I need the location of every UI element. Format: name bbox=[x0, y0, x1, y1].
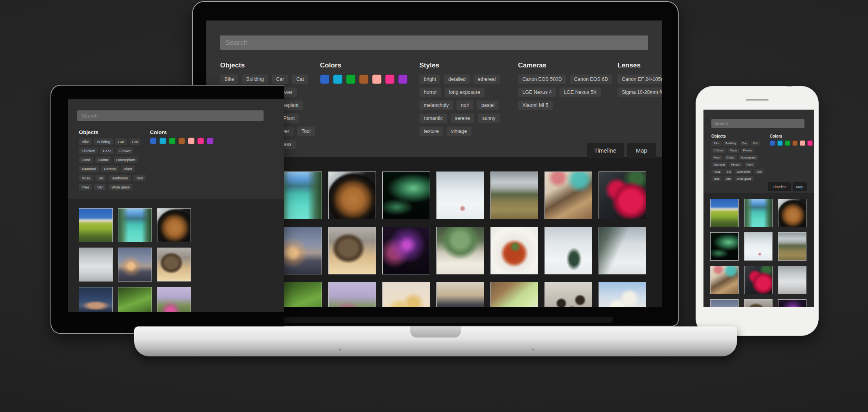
filter-tag-van[interactable]: Van bbox=[94, 184, 106, 190]
filter-tag-ethereal[interactable]: ethereal bbox=[473, 75, 500, 84]
filter-tag-car[interactable]: Car bbox=[272, 75, 288, 84]
photo-thumbnail-ski[interactable] bbox=[436, 172, 484, 219]
photo-thumbnail-room[interactable] bbox=[436, 282, 484, 307]
filter-tag-guitar[interactable]: Guitar bbox=[95, 157, 111, 163]
filter-tag-lge-nexus-4[interactable]: LGE Nexus 4 bbox=[518, 88, 556, 97]
filter-tag-lge-nexus-5x[interactable]: LGE Nexus 5X bbox=[559, 88, 601, 97]
color-swatch[interactable] bbox=[770, 140, 775, 146]
search-input[interactable] bbox=[711, 119, 804, 128]
filter-tag-building[interactable]: Building bbox=[242, 75, 268, 84]
filter-tag-plant[interactable]: Plant bbox=[745, 162, 756, 167]
photo-thumbnail-roses[interactable] bbox=[599, 172, 646, 219]
color-swatch[interactable] bbox=[792, 140, 798, 146]
photo-thumbnail-cat[interactable] bbox=[710, 266, 739, 294]
color-swatch[interactable] bbox=[207, 138, 213, 144]
filter-tag-rose[interactable]: Rose bbox=[711, 169, 723, 174]
color-swatch[interactable] bbox=[359, 75, 369, 84]
filter-tag-car[interactable]: Car bbox=[740, 141, 749, 146]
photo-thumbnail-aurora[interactable] bbox=[710, 232, 739, 261]
filter-tag-chicken[interactable]: Chicken bbox=[79, 147, 98, 154]
color-swatch[interactable] bbox=[333, 75, 342, 84]
photo-thumbnail-roses[interactable] bbox=[744, 266, 773, 294]
filter-tag-bike[interactable]: Bike bbox=[711, 141, 722, 146]
filter-tag-horror[interactable]: horror bbox=[419, 88, 441, 97]
filter-tag-chicken[interactable]: Chicken bbox=[711, 148, 726, 153]
filter-tag-person[interactable]: Person bbox=[101, 166, 118, 172]
filter-tag-ski[interactable]: Ski bbox=[95, 175, 106, 181]
photo-thumbnail-succulent[interactable] bbox=[436, 227, 484, 274]
filter-tag-plant[interactable]: Plant bbox=[121, 166, 135, 172]
filter-tag-tool[interactable]: Tool bbox=[754, 169, 764, 174]
filter-tag-flower[interactable]: Flower bbox=[116, 147, 133, 154]
filter-tag-xiaomi-mi-5[interactable]: Xiaomi MI 5 bbox=[518, 101, 553, 110]
filter-tag-long-exposure[interactable]: long exposure bbox=[445, 88, 485, 97]
color-swatch[interactable] bbox=[159, 138, 166, 144]
filter-tag-wine-glass[interactable]: Wine glass bbox=[735, 176, 754, 181]
filter-tag-rose[interactable]: Rose bbox=[79, 175, 93, 181]
photo-thumbnail-coffee[interactable] bbox=[328, 172, 376, 219]
photo-thumbnail-cat[interactable] bbox=[544, 172, 592, 219]
photo-thumbnail-concert[interactable] bbox=[778, 299, 806, 307]
color-swatch[interactable] bbox=[150, 138, 157, 144]
photo-thumbnail-skiforest[interactable] bbox=[599, 227, 646, 274]
photo-thumbnail-pinkflowers[interactable] bbox=[328, 282, 376, 307]
photo-thumbnail-autumn[interactable] bbox=[778, 232, 806, 261]
photo-thumbnail-blossom[interactable] bbox=[599, 282, 646, 307]
map-tab[interactable]: Map bbox=[627, 143, 656, 158]
color-swatch[interactable] bbox=[346, 75, 355, 84]
filter-tag-mammal[interactable]: Mammal bbox=[79, 166, 99, 172]
color-swatch[interactable] bbox=[398, 75, 408, 84]
color-swatch[interactable] bbox=[785, 140, 790, 146]
filter-tag-canon-eos-500d[interactable]: Canon EOS 500D bbox=[518, 75, 566, 84]
photo-thumbnail-duskmountain[interactable] bbox=[79, 287, 113, 312]
filter-tag-bike[interactable]: Bike bbox=[79, 138, 92, 145]
color-swatch[interactable] bbox=[372, 75, 382, 84]
filter-tag-ski[interactable]: Ski bbox=[724, 169, 733, 174]
photo-thumbnail-van[interactable] bbox=[79, 208, 113, 242]
filter-tag-houseplant[interactable]: Houseplant bbox=[114, 157, 138, 163]
filter-tag-building[interactable]: Building bbox=[94, 138, 113, 145]
filter-tag-vintage[interactable]: vintage bbox=[447, 127, 471, 136]
photo-thumbnail-snowpine[interactable] bbox=[544, 227, 592, 274]
photo-thumbnail-snowroad[interactable] bbox=[79, 248, 113, 282]
color-swatch[interactable] bbox=[169, 138, 176, 144]
photo-thumbnail-soup[interactable] bbox=[490, 227, 538, 274]
filter-tag-tool[interactable]: Tool bbox=[133, 175, 146, 181]
photo-thumbnail-greenplant[interactable] bbox=[118, 287, 152, 312]
color-swatch[interactable] bbox=[178, 138, 185, 144]
timeline-tab[interactable]: Timeline bbox=[768, 182, 791, 191]
photo-thumbnail-autumn[interactable] bbox=[490, 172, 538, 219]
filter-tag-cat[interactable]: Cat bbox=[751, 141, 760, 146]
filter-tag-texture[interactable]: texture bbox=[419, 127, 443, 136]
filter-tag-canon-eos-6d[interactable]: Canon EOS 6D bbox=[570, 75, 612, 84]
filter-tag-person[interactable]: Person bbox=[729, 162, 743, 167]
filter-tag-car[interactable]: Car bbox=[115, 138, 127, 145]
photo-thumbnail-chicks[interactable] bbox=[382, 282, 430, 307]
filter-tag-tree[interactable]: Tree bbox=[711, 176, 722, 181]
filter-tag-romantic[interactable]: romantic bbox=[419, 114, 447, 123]
photo-thumbnail-ski[interactable] bbox=[744, 232, 773, 261]
search-input[interactable] bbox=[77, 110, 264, 121]
filter-tag-serene[interactable]: serene bbox=[451, 114, 474, 123]
photo-thumbnail-sushi[interactable] bbox=[544, 282, 592, 307]
photo-thumbnail-chopping[interactable] bbox=[490, 282, 538, 307]
filter-tag-food[interactable]: Food bbox=[79, 157, 93, 163]
color-swatch[interactable] bbox=[807, 140, 813, 146]
filter-tag-sunflower[interactable]: Sunflower bbox=[108, 175, 131, 181]
filter-tag-building[interactable]: Building bbox=[723, 141, 738, 146]
photo-thumbnail-van[interactable] bbox=[710, 199, 739, 227]
photo-thumbnail-hedgehog[interactable] bbox=[744, 299, 773, 307]
color-swatch[interactable] bbox=[188, 138, 195, 144]
photo-thumbnail-snowroad[interactable] bbox=[778, 266, 806, 294]
filter-tag-houseplant[interactable]: Houseplant bbox=[739, 155, 758, 160]
filter-tag-noir[interactable]: noir bbox=[456, 101, 473, 110]
photo-thumbnail-lake[interactable] bbox=[118, 208, 152, 242]
photo-thumbnail-coffee[interactable] bbox=[157, 208, 191, 242]
filter-tag-face[interactable]: Face bbox=[728, 148, 739, 153]
photo-thumbnail-hedgehog[interactable] bbox=[157, 248, 191, 282]
search-input[interactable] bbox=[220, 35, 648, 50]
filter-tag-pastel[interactable]: pastel bbox=[477, 101, 499, 110]
filter-tag-wine-glass[interactable]: Wine glass bbox=[108, 184, 132, 190]
filter-tag-tool[interactable]: Tool bbox=[297, 127, 315, 136]
filter-tag-tree[interactable]: Tree bbox=[79, 184, 92, 190]
